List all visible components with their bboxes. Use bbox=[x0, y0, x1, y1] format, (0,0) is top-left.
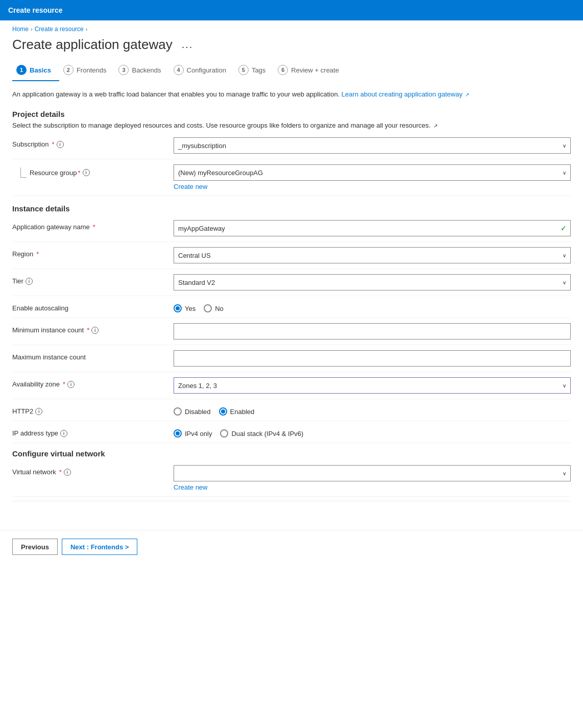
app-gateway-name-input[interactable] bbox=[174, 220, 571, 236]
availability-zone-chevron: ∨ bbox=[563, 383, 566, 389]
ipv4-only-radio[interactable] bbox=[174, 429, 182, 438]
subscription-dropdown[interactable]: _mysubscription ∨ bbox=[174, 137, 571, 154]
ellipsis-button[interactable]: ... bbox=[179, 38, 197, 52]
tabs-row: 1 Basics 2 Frontends 3 Backends 4 Config… bbox=[0, 61, 583, 81]
subscription-control: _mysubscription ∨ bbox=[174, 137, 571, 154]
app-gateway-name-required: * bbox=[93, 223, 95, 231]
tier-info-icon[interactable]: i bbox=[26, 278, 33, 285]
http2-enabled-label: Enabled bbox=[230, 408, 255, 416]
tab-review-create[interactable]: 6 Review + create bbox=[274, 61, 347, 81]
virtual-network-group: Virtual network * i ∨ Create new bbox=[12, 460, 571, 497]
tier-group: Tier i Standard V2 ∨ bbox=[12, 269, 571, 296]
min-instance-count-group: Minimum instance count * i 0 bbox=[12, 318, 571, 345]
availability-zone-info-icon[interactable]: i bbox=[67, 381, 75, 388]
region-control: Central US ∨ bbox=[174, 247, 571, 263]
learn-more-link[interactable]: Learn about creating application gateway… bbox=[342, 90, 469, 98]
tab-basics[interactable]: 1 Basics bbox=[12, 61, 59, 81]
tier-chevron: ∨ bbox=[563, 280, 566, 285]
app-gateway-name-control: ✓ bbox=[174, 220, 571, 236]
virtual-network-control: ∨ Create new bbox=[174, 465, 571, 491]
tab-backends[interactable]: 3 Backends bbox=[114, 61, 169, 81]
breadcrumb-create-resource[interactable]: Create a resource bbox=[35, 26, 84, 33]
instance-details-title: Instance details bbox=[12, 204, 571, 213]
region-dropdown[interactable]: Central US ∨ bbox=[174, 247, 571, 263]
region-group: Region * Central US ∨ bbox=[12, 242, 571, 269]
breadcrumb-home[interactable]: Home bbox=[12, 26, 29, 33]
app-gateway-name-group: Application gateway name * ✓ bbox=[12, 215, 571, 242]
tab-backends-label: Backends bbox=[132, 66, 161, 74]
ext-link-icon: ↗ bbox=[464, 92, 469, 98]
max-instance-count-group: Maximum instance count 10 bbox=[12, 345, 571, 372]
availability-zone-control: Zones 1, 2, 3 ∨ bbox=[174, 377, 571, 394]
tab-tags[interactable]: 5 Tags bbox=[234, 61, 274, 81]
virtual-network-required: * bbox=[59, 468, 62, 476]
tab-frontends[interactable]: 2 Frontends bbox=[59, 61, 115, 81]
http2-enabled-radio[interactable] bbox=[219, 407, 227, 416]
max-instance-count-input[interactable]: 10 bbox=[174, 350, 571, 367]
top-bar: Create resource bbox=[0, 0, 583, 20]
subscription-group: Subscription * i _mysubscription ∨ bbox=[12, 132, 571, 159]
tab-review-label: Review + create bbox=[291, 66, 339, 74]
app-gateway-name-input-wrap: ✓ bbox=[174, 220, 571, 236]
resource-group-dropdown[interactable]: (New) myResourceGroupAG ∨ bbox=[174, 164, 571, 181]
page-title-row: Create application gateway ... bbox=[0, 35, 583, 61]
autoscaling-yes-option[interactable]: Yes bbox=[174, 304, 196, 312]
tab-configuration[interactable]: 4 Configuration bbox=[169, 61, 234, 81]
ip-address-type-info-icon[interactable]: i bbox=[60, 430, 67, 437]
breadcrumb: Home › Create a resource › bbox=[0, 20, 583, 35]
autoscaling-no-option[interactable]: No bbox=[204, 304, 224, 312]
tab-configuration-circle: 4 bbox=[174, 65, 184, 75]
ip-address-type-radio-group: IPv4 only Dual stack (IPv4 & IPv6) bbox=[174, 426, 571, 438]
availability-zone-dropdown[interactable]: Zones 1, 2, 3 ∨ bbox=[174, 377, 571, 394]
autoscaling-no-label: No bbox=[215, 305, 224, 312]
ip-address-type-label: IP address type i bbox=[12, 426, 165, 437]
virtual-network-create-new[interactable]: Create new bbox=[174, 483, 207, 491]
tab-review-circle: 6 bbox=[278, 65, 288, 75]
ipv4-only-label: IPv4 only bbox=[185, 430, 212, 438]
http2-disabled-radio[interactable] bbox=[174, 407, 182, 416]
tier-control: Standard V2 ∨ bbox=[174, 274, 571, 290]
autoscaling-yes-label: Yes bbox=[185, 305, 196, 312]
tab-frontends-label: Frontends bbox=[77, 66, 107, 74]
content-area: An application gateway is a web traffic … bbox=[0, 85, 583, 518]
breadcrumb-chevron-2: › bbox=[86, 26, 88, 32]
http2-disabled-option[interactable]: Disabled bbox=[174, 407, 211, 416]
max-instance-count-label: Maximum instance count bbox=[12, 350, 165, 361]
ipv4-only-option[interactable]: IPv4 only bbox=[174, 429, 212, 438]
virtual-network-dropdown[interactable]: ∨ bbox=[174, 465, 571, 481]
autoscaling-radio-group: Yes No bbox=[174, 301, 571, 312]
page-title: Create application gateway bbox=[12, 37, 173, 53]
subscription-info-icon[interactable]: i bbox=[57, 141, 64, 148]
resource-group-create-new[interactable]: Create new bbox=[174, 183, 207, 190]
valid-checkmark-icon: ✓ bbox=[561, 224, 567, 232]
http2-radio-group: Disabled Enabled bbox=[174, 404, 571, 416]
tab-tags-circle: 5 bbox=[238, 65, 249, 75]
footer-bar: Previous Next : Frontends > bbox=[0, 530, 583, 563]
tab-tags-label: Tags bbox=[252, 66, 265, 74]
dual-stack-radio[interactable] bbox=[220, 429, 228, 438]
project-details-title: Project details bbox=[12, 110, 571, 118]
max-instance-count-control: 10 bbox=[174, 350, 571, 367]
project-ext-icon: ↗ bbox=[433, 123, 438, 129]
footer-divider bbox=[12, 501, 571, 501]
resource-group-info-icon[interactable]: i bbox=[83, 169, 90, 176]
http2-label: HTTP2 i bbox=[12, 404, 165, 415]
autoscaling-no-radio[interactable] bbox=[204, 304, 212, 312]
min-instance-count-label: Minimum instance count * i bbox=[12, 323, 165, 334]
subscription-required: * bbox=[52, 140, 55, 148]
min-instance-count-input[interactable]: 0 bbox=[174, 323, 571, 339]
availability-zone-required: * bbox=[63, 380, 65, 388]
resource-group-label: Resource group * i bbox=[12, 164, 165, 178]
next-button[interactable]: Next : Frontends > bbox=[62, 539, 138, 555]
tier-dropdown[interactable]: Standard V2 ∨ bbox=[174, 274, 571, 290]
dual-stack-option[interactable]: Dual stack (IPv4 & IPv6) bbox=[220, 429, 303, 438]
autoscaling-yes-radio[interactable] bbox=[174, 304, 182, 312]
http2-enabled-option[interactable]: Enabled bbox=[219, 407, 255, 416]
previous-button[interactable]: Previous bbox=[12, 539, 58, 555]
tab-backends-circle: 3 bbox=[118, 65, 129, 75]
virtual-network-info-icon[interactable]: i bbox=[64, 469, 71, 476]
description-text: An application gateway is a web traffic … bbox=[12, 89, 571, 100]
http2-info-icon[interactable]: i bbox=[35, 408, 42, 415]
resource-group-chevron: ∨ bbox=[563, 170, 566, 176]
min-instance-info-icon[interactable]: i bbox=[91, 327, 99, 334]
